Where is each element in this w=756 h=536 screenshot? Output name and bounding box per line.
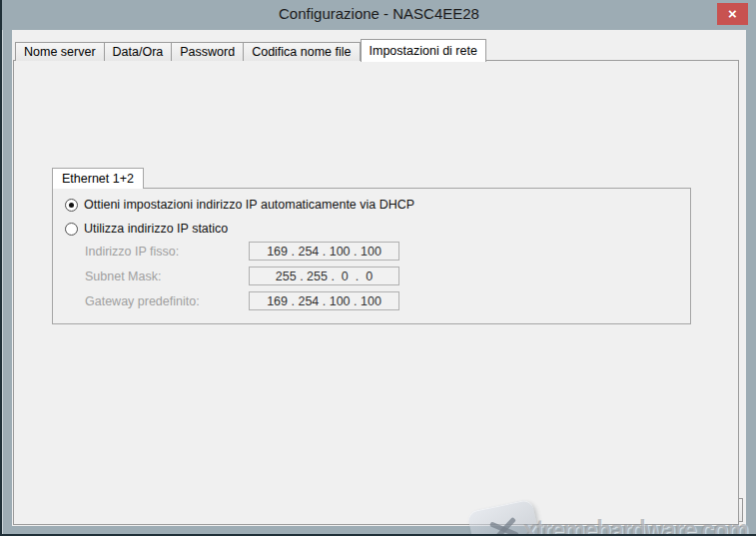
dhcp-radio[interactable]	[65, 199, 78, 212]
tab-codifica-nome-file[interactable]: Codifica nome file	[244, 42, 360, 61]
tab-data-ora[interactable]: Data/Ora	[105, 42, 173, 61]
fixed-ip-label: Indirizzo IP fisso:	[85, 245, 179, 259]
dialog-title: Configurazione - NASC4EE28	[2, 5, 756, 22]
fixed-ip-input[interactable]	[249, 242, 399, 261]
dhcp-radio-row[interactable]: Ottieni impostazioni indirizzo IP automa…	[65, 198, 414, 212]
radio-dot	[69, 203, 74, 208]
dhcp-radio-label: Ottieni impostazioni indirizzo IP automa…	[84, 198, 414, 212]
tab-nome-server[interactable]: Nome server	[15, 42, 105, 61]
static-ip-radio-row[interactable]: Utilizza indirizzo IP statico	[65, 222, 228, 236]
tab-password[interactable]: Password	[172, 42, 244, 61]
config-dialog: Configurazione - NASC4EE28 × Nome server…	[0, 0, 756, 536]
tab-strip: Nome server Data/Ora Password Codifica n…	[15, 39, 486, 61]
gateway-input[interactable]	[249, 291, 399, 310]
close-icon: ×	[728, 5, 737, 22]
close-button[interactable]: ×	[717, 3, 748, 25]
subnet-mask-label: Subnet Mask:	[85, 269, 161, 283]
static-ip-radio-label: Utilizza indirizzo IP statico	[84, 222, 228, 236]
subnet-mask-input[interactable]	[249, 267, 399, 285]
ethernet-tab[interactable]: Ethernet 1+2	[52, 168, 144, 189]
title-bar[interactable]: Configurazione - NASC4EE28 ×	[2, 0, 756, 30]
tab-impostazioni-di-rete[interactable]: Impostazioni di rete	[361, 39, 486, 62]
gateway-field-label: Gateway predefinito:	[85, 294, 200, 308]
static-ip-radio[interactable]	[65, 223, 78, 236]
ethernet-panel: Ottieni impostazioni indirizzo IP automa…	[52, 188, 691, 324]
dialog-body: Nome server Data/Ora Password Codifica n…	[12, 30, 746, 526]
